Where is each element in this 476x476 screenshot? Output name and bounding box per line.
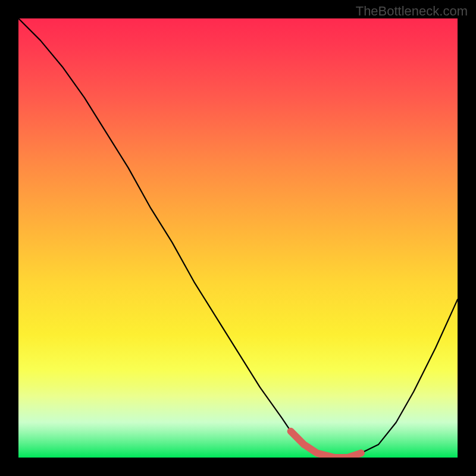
watermark-text: TheBottleneck.com bbox=[356, 4, 468, 19]
bottleneck-curve-path bbox=[18, 18, 458, 458]
chart-svg bbox=[18, 18, 458, 458]
optimal-range-path bbox=[291, 431, 361, 458]
chart-area bbox=[18, 18, 458, 458]
optimal-range-endpoint bbox=[358, 450, 365, 457]
